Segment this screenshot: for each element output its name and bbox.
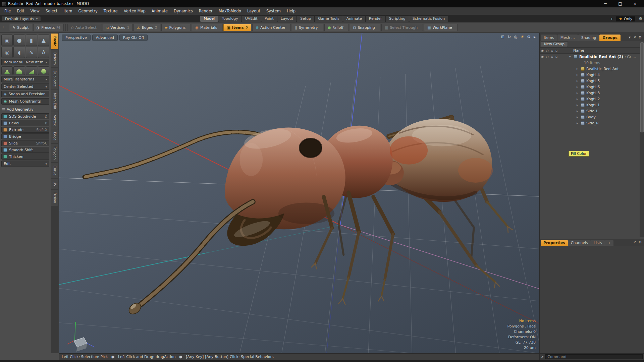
mode-button-workplane[interactable]: ▦ WorkPlane [424, 24, 457, 31]
panel-tab[interactable]: Mesh ... [557, 35, 578, 41]
center-selected-dropdown[interactable]: Center Selected ▾ [1, 83, 49, 90]
tool-button-text[interactable]: A [38, 47, 49, 58]
mode-button-auto-select[interactable]: ◇ Auto Select [67, 24, 102, 31]
viewport-icon-menu-arrow[interactable]: ▸ [534, 35, 536, 39]
mode-button-vertices[interactable]: ▫ Vertices 1 [103, 24, 132, 31]
side-tab[interactable]: Duplicate [51, 68, 58, 89]
tree-item[interactable]: ▸ Kogti_6 [540, 84, 644, 90]
mode-button-action-center[interactable]: ⊕ Action Center [252, 24, 291, 31]
expand-arrow-icon[interactable]: ▸ [577, 109, 581, 113]
edit-dropdown[interactable]: Edit ▾ [1, 161, 49, 167]
panel-tab[interactable]: Items [541, 35, 557, 41]
menu-item[interactable]: Layout [244, 8, 263, 14]
lock-toggle-icon[interactable]: ▫ [551, 49, 553, 52]
mode-button-edges[interactable]: ∠ Edges 2 [133, 24, 160, 31]
expand-icon[interactable]: ↗ [633, 35, 636, 40]
mode-button-polygons[interactable]: ▰ Polygons [161, 24, 191, 31]
layout-tab[interactable]: Model [200, 16, 218, 22]
menu-item[interactable]: Item [60, 8, 75, 14]
side-tab[interactable]: Edge [51, 129, 58, 143]
panel-tab[interactable]: + [605, 240, 613, 246]
sculpt-button[interactable]: ✎ Sculpt [9, 24, 32, 31]
expand-arrow-icon[interactable]: ▸ [577, 67, 581, 70]
tool-button-capsule[interactable]: ◖ [13, 47, 25, 58]
geometry-button[interactable]: Thicken [1, 154, 49, 160]
side-tab[interactable]: Mesh Edit [51, 90, 58, 112]
menu-item[interactable]: Edit [14, 8, 27, 14]
panel-tab[interactable]: Groups [599, 35, 620, 41]
tree-item[interactable]: ▸ Side_R [540, 120, 644, 126]
panel-tab[interactable]: Channels [568, 240, 591, 246]
expand-arrow-icon[interactable]: ▸ [577, 91, 581, 95]
gear-icon[interactable]: ⚙ [638, 35, 642, 40]
group-row[interactable]: ◉ ○ ▫ ▫ ▾ Realistic_Red_Ant (2) : Gr ... [540, 54, 644, 60]
side-tab[interactable]: Fusion [51, 190, 58, 206]
menu-item[interactable]: MaxToModo [216, 8, 244, 14]
render-toggle-icon[interactable]: ○ [546, 49, 549, 52]
menu-item[interactable]: Select [43, 8, 60, 14]
minimize-button[interactable]: ─ [598, 0, 613, 7]
menu-item[interactable]: System [263, 8, 284, 14]
tree-item[interactable]: ▸ Kogti_1 [540, 102, 644, 108]
tree-item[interactable]: ▸ Side_L [540, 108, 644, 114]
tool-button-cube[interactable]: ▣ [1, 35, 13, 46]
geometry-button[interactable]: Slice Shift-C [1, 140, 49, 146]
tree-item[interactable]: ▸ Kogti_4 [540, 72, 644, 78]
menu-item[interactable]: File [1, 8, 14, 14]
side-tab[interactable]: Basic [51, 34, 58, 49]
new-group-button[interactable]: New Group [541, 41, 568, 47]
visibility-eye-icon[interactable]: ◉ [541, 49, 544, 52]
chevron-down-icon[interactable]: ▾ [629, 35, 631, 40]
viewport-button[interactable]: Advanced [92, 35, 118, 41]
tree-item[interactable]: ▸ Realistic_Red_Ant [540, 66, 644, 72]
viewport-icon-rotate[interactable]: ↻ [507, 35, 511, 39]
menu-item[interactable]: Texture [101, 8, 121, 14]
expand-arrow-icon[interactable]: ▸ [577, 85, 581, 88]
layout-tab[interactable]: Paint [261, 16, 277, 22]
render-toggle-icon[interactable]: ○ [546, 55, 549, 58]
expand-icon[interactable]: ↗ [633, 240, 636, 244]
falloff-radial-button[interactable] [13, 66, 25, 75]
geometry-button[interactable]: Smooth Shift [1, 147, 49, 153]
layout-tab[interactable]: Schematic Fusion [409, 16, 448, 22]
mesh-constraints-button[interactable]: ◉ Mesh Constraints [1, 98, 49, 105]
side-tab[interactable]: Vertex [51, 112, 58, 128]
menu-item[interactable]: Help [284, 8, 299, 14]
mode-button-snapping[interactable]: Ω Snapping [350, 24, 380, 31]
viewport-button[interactable]: Ray GL: Off [119, 35, 148, 41]
collapse-arrow-icon[interactable]: ▾ [569, 55, 574, 58]
viewport-icon-zoom[interactable]: ◎ [514, 35, 517, 39]
lock-toggle-icon[interactable]: ▫ [551, 55, 553, 58]
expand-arrow-icon[interactable]: ▸ [577, 73, 581, 76]
select-toggle-icon[interactable]: ▫ [555, 49, 557, 52]
visibility-eye-icon[interactable]: ◉ [541, 55, 544, 58]
panel-tab[interactable]: Lists [591, 240, 605, 246]
viewport-icon-light[interactable]: ☀ [520, 35, 524, 39]
tool-button-cylinder[interactable]: ▮ [26, 35, 37, 46]
tool-button-sphere[interactable]: ● [13, 35, 25, 46]
geometry-button[interactable]: SDS Subdivide D [1, 113, 49, 119]
mode-button-falloff[interactable]: ● Falloff [324, 24, 349, 31]
gear-icon[interactable]: ⚙ [639, 16, 642, 21]
geometry-button[interactable]: Extrude Shift-X [1, 127, 49, 133]
viewport-3d[interactable]: PerspectiveAdvancedRay GL: Off ⊞↻◎☀⚙▸ No… [59, 33, 539, 353]
maximize-button[interactable]: □ [613, 0, 628, 7]
side-tab[interactable]: Curve [51, 163, 58, 178]
select-toggle-icon[interactable]: ▫ [555, 55, 557, 58]
panel-tab[interactable]: Shading [578, 35, 599, 41]
viewport-icon-pan[interactable]: ⊞ [501, 35, 504, 39]
tool-button-cone[interactable]: ▲ [38, 35, 49, 46]
snaps-precision-button[interactable]: ◈ Snaps and Precision [1, 91, 49, 97]
tree-item[interactable]: ▸ Kogti_3 [540, 90, 644, 96]
falloff-linear-button[interactable] [1, 66, 13, 75]
item-menu-dropdown[interactable]: Item Menu: New Item ▾ [1, 59, 49, 65]
gear-icon[interactable]: ⚙ [638, 240, 642, 244]
viewport-canvas[interactable] [59, 33, 539, 353]
tree-scrollbar[interactable] [640, 42, 644, 237]
layout-tab[interactable]: Animate [343, 16, 365, 22]
tool-button-torus[interactable]: ◎ [1, 47, 13, 58]
side-tab[interactable]: Deform [51, 50, 58, 67]
layout-tab[interactable]: Scripting [386, 16, 409, 22]
tree-item[interactable]: ▸ Kogti_2 [540, 96, 644, 102]
layout-tab[interactable]: Topology [218, 16, 241, 22]
